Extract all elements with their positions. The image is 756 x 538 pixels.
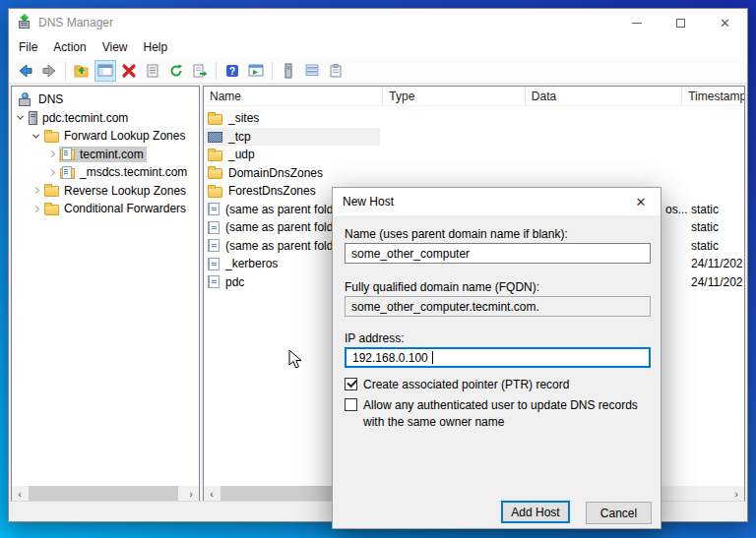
record-timestamp: static xyxy=(691,203,719,216)
chevron-down-icon[interactable] xyxy=(12,115,28,120)
toolbar: ? xyxy=(9,58,747,84)
folder-icon xyxy=(208,114,222,125)
fqdn-readonly-field xyxy=(345,296,651,317)
dns-manager-app-icon xyxy=(17,15,32,30)
scroll-right-icon[interactable]: › xyxy=(183,486,199,502)
delete-icon[interactable] xyxy=(118,60,140,82)
menu-action[interactable]: Action xyxy=(45,38,94,56)
table-row[interactable]: _sites xyxy=(204,109,744,128)
close-icon: ✕ xyxy=(636,195,647,209)
back-icon[interactable] xyxy=(15,60,36,82)
minimize-button[interactable] xyxy=(614,9,659,36)
ptr-checkbox-label: Create associated pointer (PTR) record xyxy=(363,377,569,393)
chevron-right-icon[interactable] xyxy=(28,188,43,193)
selected-tree-item[interactable]: tecmint.com xyxy=(59,147,147,162)
tree-item-server[interactable]: pdc.tecmint.com xyxy=(12,109,199,128)
record-name: (same as parent folder) xyxy=(225,203,347,216)
record-name: (same as parent folder) xyxy=(225,239,347,253)
minimize-icon xyxy=(632,23,642,24)
column-header-type[interactable]: Type xyxy=(383,87,525,105)
console-window-icon[interactable] xyxy=(245,60,267,82)
help-icon[interactable]: ? xyxy=(221,60,243,82)
menu-view[interactable]: View xyxy=(94,38,136,56)
chevron-right-icon[interactable] xyxy=(43,151,59,156)
window-title: DNS Manager xyxy=(38,16,113,30)
zone-icon xyxy=(60,149,75,160)
auth-update-checkbox[interactable] xyxy=(345,398,357,411)
folder-icon xyxy=(44,186,59,197)
show-console-tree-icon[interactable] xyxy=(94,60,116,82)
scroll-left-icon[interactable]: ‹ xyxy=(12,486,28,502)
table-row[interactable]: _udp xyxy=(204,146,744,164)
tree-horizontal-scrollbar[interactable]: ‹ › xyxy=(12,486,199,502)
zone-icon xyxy=(60,168,75,179)
forward-icon[interactable] xyxy=(38,60,60,82)
record-name: DomainDnsZones xyxy=(228,166,323,180)
menu-file[interactable]: File xyxy=(11,38,45,56)
properties-icon[interactable] xyxy=(142,60,163,82)
dialog-title: New Host xyxy=(343,195,394,209)
scroll-right-icon[interactable]: › xyxy=(728,486,744,502)
tree-item-dns-root[interactable]: DNS xyxy=(12,90,199,109)
chevron-down-icon[interactable] xyxy=(28,134,43,139)
scrollbar-thumb[interactable] xyxy=(29,486,178,502)
folder-icon xyxy=(208,187,222,198)
ip-address-input[interactable] xyxy=(345,347,651,368)
close-button[interactable]: ✕ xyxy=(703,9,747,36)
folder-icon xyxy=(44,205,59,215)
record-icon xyxy=(208,275,220,288)
record-timestamp: static xyxy=(691,220,719,234)
clipboard-icon[interactable] xyxy=(325,60,346,82)
add-host-button[interactable]: Add Host xyxy=(501,501,570,523)
close-icon: ✕ xyxy=(720,17,730,30)
tree-item-forward-lookup-zones[interactable]: Forward Lookup Zones xyxy=(12,127,199,146)
chevron-right-icon[interactable] xyxy=(43,170,59,175)
menu-help[interactable]: Help xyxy=(136,38,176,56)
refresh-icon[interactable] xyxy=(165,60,187,82)
record-name: (same as parent folder) xyxy=(225,220,347,234)
column-header-timestamp[interactable]: Timestamp xyxy=(682,87,744,105)
title-bar: DNS Manager ✕ xyxy=(9,9,747,36)
ptr-record-checkbox[interactable] xyxy=(345,378,357,390)
tree-item-label: Forward Lookup Zones xyxy=(64,129,185,143)
record-timestamp: static xyxy=(691,239,719,253)
table-row[interactable]: _tcp xyxy=(204,128,744,147)
server-icon[interactable] xyxy=(278,60,299,82)
list-header: Name Type Data Timestamp xyxy=(204,87,744,106)
column-header-name[interactable]: Name xyxy=(204,87,383,105)
menu-bar: File Action View Help xyxy=(9,36,747,58)
column-header-data[interactable]: Data xyxy=(526,87,682,105)
up-one-level-icon[interactable] xyxy=(71,60,93,82)
dialog-close-button[interactable]: ✕ xyxy=(621,188,661,215)
record-timestamp: 24/11/202 xyxy=(691,275,743,289)
record-icon xyxy=(208,221,220,234)
toolbar-separator xyxy=(216,62,217,80)
chevron-right-icon[interactable] xyxy=(28,207,43,211)
dns-root-icon xyxy=(18,92,32,106)
fqdn-field-label: Fully qualified domain name (FQDN): xyxy=(345,280,539,294)
maximize-button[interactable] xyxy=(659,9,703,36)
tree-item-msdcs-zone[interactable]: _msdcs.tecmint.com xyxy=(12,163,199,182)
ptr-record-checkbox-row[interactable]: Create associated pointer (PTR) record xyxy=(345,377,652,393)
record-name: _sites xyxy=(228,111,259,125)
scroll-left-icon[interactable]: ‹ xyxy=(204,486,220,502)
record-icon xyxy=(208,203,220,215)
tree-item-reverse-lookup-zones[interactable]: Reverse Lookup Zones xyxy=(12,182,199,201)
record-list-icon[interactable] xyxy=(301,60,323,82)
record-timestamp: 24/11/202 xyxy=(691,257,743,270)
tree-item-conditional-forwarders[interactable]: Conditional Forwarders xyxy=(12,200,199,218)
export-list-icon[interactable] xyxy=(189,60,211,82)
table-row[interactable]: DomainDnsZones xyxy=(204,164,744,183)
toolbar-separator xyxy=(65,62,66,80)
new-host-dialog: New Host ✕ Name (uses parent domain name… xyxy=(332,187,662,529)
record-icon xyxy=(208,239,220,252)
auth-update-checkbox-row[interactable]: Allow any authenticated user to update D… xyxy=(345,397,652,432)
dialog-title-bar: New Host ✕ xyxy=(333,188,661,215)
tree-item-tecmint-zone[interactable]: tecmint.com xyxy=(12,146,199,164)
host-name-input[interactable] xyxy=(345,243,651,264)
folder-icon xyxy=(44,132,59,143)
cancel-button[interactable]: Cancel xyxy=(586,502,652,524)
folder-selected-icon xyxy=(208,132,222,143)
maximize-icon xyxy=(676,19,685,28)
text-caret xyxy=(432,351,433,364)
